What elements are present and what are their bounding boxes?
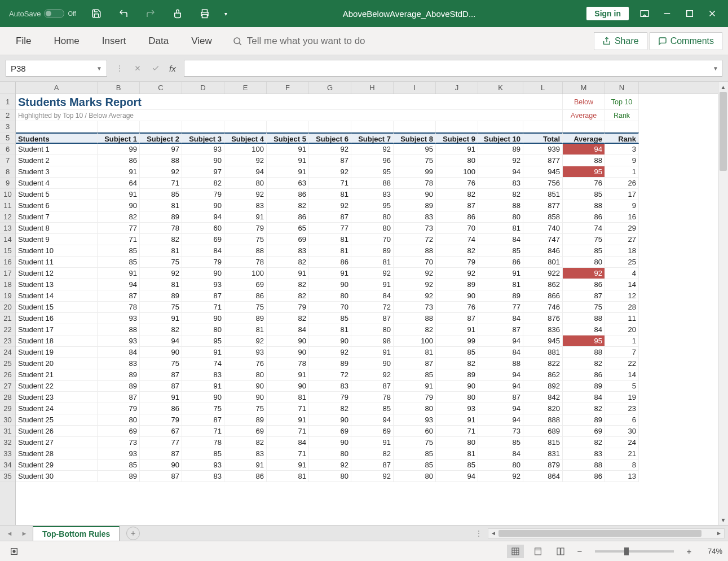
cell[interactable]: 75 <box>563 302 605 313</box>
cell[interactable]: 23 <box>605 403 639 414</box>
cell[interactable]: Student 4 <box>16 178 98 189</box>
cell[interactable]: Student 23 <box>16 392 98 403</box>
cell[interactable]: 83 <box>224 448 267 460</box>
cell[interactable]: 76 <box>224 358 267 369</box>
cell[interactable]: 71 <box>182 302 224 313</box>
row-header-24[interactable]: 24 <box>0 347 15 358</box>
cell[interactable] <box>309 121 351 132</box>
row-header-5[interactable]: 5 <box>0 132 15 144</box>
cell[interactable]: 85 <box>98 245 140 257</box>
cell[interactable]: 87 <box>563 290 605 302</box>
cell[interactable]: 75 <box>224 302 267 313</box>
row-header-31[interactable]: 31 <box>0 426 15 437</box>
qat-dropdown-icon[interactable]: ▾ <box>220 2 232 25</box>
scroll-down-icon[interactable]: ▼ <box>718 515 728 525</box>
cell[interactable]: 84 <box>478 234 523 245</box>
cell[interactable]: Student 21 <box>16 369 98 381</box>
cell[interactable]: 17 <box>605 189 639 200</box>
cell[interactable]: 88 <box>98 324 140 335</box>
cell[interactable]: 92 <box>224 189 267 200</box>
column-header[interactable]: Subject 9 <box>436 132 478 144</box>
cell[interactable]: 13 <box>605 471 639 482</box>
row-header-27[interactable]: 27 <box>0 381 15 392</box>
cell[interactable]: 90 <box>224 381 267 392</box>
row-header-35[interactable]: 35 <box>0 471 15 482</box>
cell[interactable]: 82 <box>140 234 182 245</box>
cell[interactable]: 90 <box>267 381 309 392</box>
cell[interactable]: 866 <box>523 290 563 302</box>
cell[interactable]: 91 <box>309 268 351 279</box>
column-header[interactable]: Subject 4 <box>224 132 267 144</box>
row-header-11[interactable]: 11 <box>0 200 15 211</box>
col-header-I[interactable]: I <box>394 82 436 94</box>
cell[interactable]: 939 <box>523 144 563 155</box>
cell[interactable]: 81 <box>309 245 351 257</box>
cell[interactable]: 70 <box>394 257 436 268</box>
cell[interactable]: 5 <box>605 381 639 392</box>
options-icon[interactable]: ⋮ <box>112 60 127 76</box>
column-header[interactable]: Total <box>523 132 563 144</box>
tab-nav-prev-icon[interactable]: ◄ <box>3 530 16 537</box>
col-header-N[interactable]: N <box>605 82 639 94</box>
cell[interactable]: Student 14 <box>16 290 98 302</box>
view-page-break-icon[interactable] <box>552 545 569 558</box>
cell[interactable]: 3 <box>605 144 639 155</box>
cell[interactable]: 87 <box>351 460 394 471</box>
cell[interactable]: 84 <box>478 448 523 460</box>
cell[interactable]: Student 3 <box>16 166 98 178</box>
tab-view[interactable]: View <box>181 30 222 52</box>
row-header-25[interactable]: 25 <box>0 358 15 369</box>
cell[interactable]: 85 <box>563 245 605 257</box>
cell[interactable]: 82 <box>182 178 224 189</box>
cell[interactable]: 80 <box>224 178 267 189</box>
comments-button[interactable]: Comments <box>650 32 722 50</box>
cell[interactable]: 70 <box>309 302 351 313</box>
cell[interactable]: 92 <box>309 347 351 358</box>
cell[interactable]: 86 <box>309 257 351 268</box>
cell[interactable]: 75 <box>140 257 182 268</box>
cell[interactable]: 747 <box>523 234 563 245</box>
cell[interactable]: 80 <box>394 403 436 414</box>
cell[interactable]: 67 <box>140 426 182 437</box>
cell[interactable]: 1 <box>605 335 639 347</box>
cell[interactable]: 91 <box>98 189 140 200</box>
cell[interactable]: 862 <box>523 279 563 290</box>
zoom-knob[interactable] <box>624 547 629 555</box>
column-header[interactable]: Rank <box>605 132 639 144</box>
maximize-icon[interactable] <box>678 2 701 25</box>
cell[interactable]: 82 <box>436 245 478 257</box>
cell[interactable]: 879 <box>523 460 563 471</box>
row-header-34[interactable]: 34 <box>0 460 15 471</box>
cell[interactable]: 75 <box>140 358 182 369</box>
minimize-icon[interactable] <box>656 2 678 25</box>
cell[interactable]: 69 <box>267 234 309 245</box>
cell[interactable]: 892 <box>523 381 563 392</box>
grid-cells[interactable]: Students Marks ReportBelowTop 10Highligh… <box>16 94 718 525</box>
cell[interactable]: 9 <box>605 155 639 166</box>
cell[interactable]: 92 <box>140 268 182 279</box>
cell[interactable]: 922 <box>523 268 563 279</box>
col-header-D[interactable]: D <box>182 82 224 94</box>
cell[interactable]: 96 <box>351 155 394 166</box>
row-header-7[interactable]: 7 <box>0 155 15 166</box>
cell[interactable]: 94 <box>224 166 267 178</box>
cell[interactable]: 83 <box>267 245 309 257</box>
cell[interactable]: 92 <box>478 471 523 482</box>
cell[interactable] <box>478 121 523 132</box>
cell[interactable]: 86 <box>563 471 605 482</box>
cell[interactable]: Student 2 <box>16 155 98 166</box>
cell[interactable]: 92 <box>394 290 436 302</box>
col-header-F[interactable]: F <box>267 82 309 94</box>
legend-below-2[interactable]: Average <box>563 110 605 121</box>
print-icon[interactable] <box>193 2 216 25</box>
cell[interactable]: 83 <box>478 178 523 189</box>
cell[interactable]: 81 <box>140 245 182 257</box>
cell[interactable]: 98 <box>351 335 394 347</box>
enter-formula-icon[interactable] <box>148 60 164 76</box>
cell[interactable]: 91 <box>182 347 224 358</box>
cell[interactable]: 64 <box>98 178 140 189</box>
view-normal-icon[interactable] <box>507 545 524 558</box>
tab-file[interactable]: File <box>6 30 41 52</box>
cell[interactable]: 91 <box>267 155 309 166</box>
cell[interactable]: 88 <box>563 313 605 324</box>
